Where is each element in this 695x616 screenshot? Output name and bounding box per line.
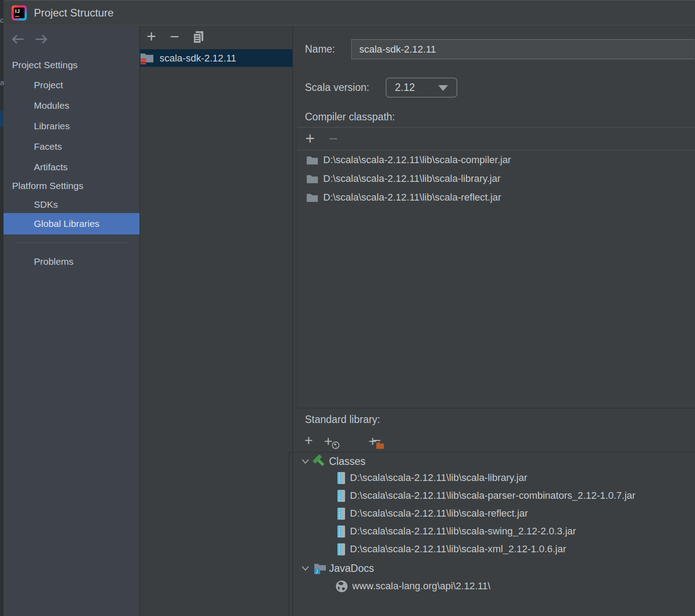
classes-label: Classes bbox=[329, 456, 366, 468]
folder-icon bbox=[306, 174, 318, 184]
classpath-path: D:\scala\scala-2.12.11\lib\scala-compile… bbox=[323, 154, 511, 166]
remove-library-button[interactable]: − bbox=[170, 29, 179, 44]
tree-node-javadocs[interactable]: J JavaDocs bbox=[301, 560, 374, 577]
name-label: Name: bbox=[305, 42, 335, 56]
jar-path: D:\scala\scala-2.12.11\lib\scala-parser-… bbox=[350, 490, 635, 501]
sidebar-header-project-settings: Project Settings bbox=[4, 58, 140, 72]
classes-jar-list: D:\scala\scala-2.12.11\lib\scala-library… bbox=[337, 469, 635, 558]
sidebar-header-platform-settings: Platform Settings bbox=[4, 179, 140, 193]
dialog-title: Project Structure bbox=[34, 7, 114, 19]
chevron-down-icon[interactable] bbox=[301, 566, 309, 571]
javadocs-url: www.scala-lang.org\api\2.12.11\ bbox=[352, 580, 490, 592]
intellij-logo-icon: IJ bbox=[12, 5, 27, 21]
classpath-entry[interactable]: D:\scala\scala-2.12.11\lib\scala-reflect… bbox=[297, 188, 695, 207]
chevron-down-icon[interactable] bbox=[301, 459, 309, 464]
folder-icon bbox=[306, 193, 318, 202]
jar-archive-icon bbox=[337, 543, 345, 556]
remove-classpath-entry-button[interactable]: − bbox=[329, 131, 338, 146]
sidebar-divider bbox=[15, 242, 129, 243]
sidebar-item-problems[interactable]: Problems bbox=[4, 255, 140, 268]
folder-icon bbox=[306, 155, 318, 165]
add-library-button[interactable]: + bbox=[147, 29, 156, 44]
classpath-entry[interactable]: D:\scala\scala-2.12.11\lib\scala-library… bbox=[297, 169, 695, 188]
sidebar-item-modules[interactable]: Modules bbox=[4, 99, 140, 112]
javadocs-label: JavaDocs bbox=[329, 563, 374, 575]
name-input[interactable]: scala-sdk-2.12.11 bbox=[351, 39, 695, 59]
library-list-panel bbox=[140, 26, 292, 616]
sidebar-item-sdks[interactable]: SDKs bbox=[4, 198, 140, 211]
compiler-classpath-label: Compiler classpath: bbox=[305, 110, 395, 123]
globe-badge-icon bbox=[332, 441, 340, 449]
library-list-item-selected[interactable]: scala-sdk-2.12.11 bbox=[140, 49, 292, 67]
background-selection-fragment bbox=[0, 111, 4, 127]
sidebar-item-global-libraries[interactable]: Global Libraries bbox=[4, 213, 140, 234]
forward-button[interactable] bbox=[33, 33, 49, 47]
classpath-path: D:\scala\scala-2.12.11\lib\scala-library… bbox=[323, 173, 501, 185]
back-arrow-icon bbox=[10, 33, 26, 45]
dialog-titlebar: IJ Project Structure bbox=[4, 0, 695, 25]
jar-path: D:\scala\scala-2.12.11\lib\scala-reflect… bbox=[350, 508, 528, 519]
classes-jar-row[interactable]: D:\scala\scala-2.12.11\lib\scala-xml_2.1… bbox=[337, 540, 635, 558]
javadocs-url-row[interactable]: www.scala-lang.org\api\2.12.11\ bbox=[335, 578, 490, 595]
compiler-classpath-toolbar bbox=[297, 127, 695, 150]
svg-text:J: J bbox=[316, 569, 318, 574]
compiler-classpath-list: D:\scala\scala-2.12.11\lib\scala-compile… bbox=[297, 151, 695, 207]
jar-path: D:\scala\scala-2.12.11\lib\scala-swing_2… bbox=[350, 526, 576, 537]
background-window-edge: c a bbox=[0, 0, 4, 616]
scala-version-select[interactable]: 2.12 bbox=[386, 78, 457, 98]
standard-library-label: Standard library: bbox=[305, 413, 380, 426]
add-classpath-entry-button[interactable]: + bbox=[305, 131, 315, 146]
classes-jar-row[interactable]: D:\scala\scala-2.12.11\lib\scala-reflect… bbox=[337, 505, 635, 522]
jar-archive-icon bbox=[337, 489, 345, 502]
jar-path: D:\scala\scala-2.12.11\lib\scala-library… bbox=[350, 472, 527, 484]
compiler-classpath-panel: + − D:\scala\scala-2.12.11\lib\scala-com… bbox=[297, 127, 695, 408]
classpath-path: D:\scala\scala-2.12.11\lib\scala-reflect… bbox=[323, 192, 501, 203]
back-button[interactable] bbox=[10, 33, 26, 47]
jar-archive-icon bbox=[337, 507, 345, 520]
sidebar-item-project[interactable]: Project bbox=[4, 78, 140, 92]
jar-archive-icon bbox=[337, 472, 345, 485]
scala-sdk-folder-icon bbox=[140, 52, 154, 65]
classes-hammer-icon bbox=[313, 455, 326, 468]
std-add-from-url-button[interactable]: + bbox=[324, 433, 343, 451]
background-text-fragment: c bbox=[0, 16, 4, 25]
library-name: scala-sdk-2.12.11 bbox=[160, 53, 236, 64]
std-remove-button[interactable]: − bbox=[373, 433, 381, 448]
forward-arrow-icon bbox=[33, 33, 49, 45]
sidebar-item-artifacts[interactable]: Artifacts bbox=[4, 160, 140, 174]
globe-icon bbox=[335, 580, 348, 593]
background-text-fragment: a bbox=[0, 78, 4, 87]
javadocs-folder-icon: J bbox=[314, 563, 326, 575]
copy-library-button[interactable] bbox=[192, 30, 205, 46]
tree-node-classes[interactable]: Classes bbox=[301, 453, 366, 470]
classes-jar-row[interactable]: D:\scala\scala-2.12.11\lib\scala-swing_2… bbox=[337, 522, 635, 540]
jar-path: D:\scala\scala-2.12.11\lib\scala-xml_2.1… bbox=[350, 543, 566, 555]
classes-jar-row[interactable]: D:\scala\scala-2.12.11\lib\scala-parser-… bbox=[337, 487, 635, 505]
library-list-toolbar bbox=[140, 26, 292, 49]
chevron-down-icon bbox=[438, 85, 448, 91]
copy-icon bbox=[192, 30, 205, 45]
scala-version-value: 2.12 bbox=[395, 82, 415, 93]
scala-version-label: Scala version: bbox=[305, 81, 369, 94]
settings-sidebar bbox=[4, 26, 140, 616]
jar-archive-icon bbox=[337, 525, 345, 538]
sidebar-item-facets[interactable]: Facets bbox=[4, 140, 140, 153]
sidebar-item-libraries[interactable]: Libraries bbox=[4, 119, 140, 133]
classes-jar-row[interactable]: D:\scala\scala-2.12.11\lib\scala-library… bbox=[337, 469, 635, 487]
classpath-entry[interactable]: D:\scala\scala-2.12.11\lib\scala-compile… bbox=[297, 151, 695, 169]
std-add-button[interactable]: + bbox=[304, 433, 313, 448]
